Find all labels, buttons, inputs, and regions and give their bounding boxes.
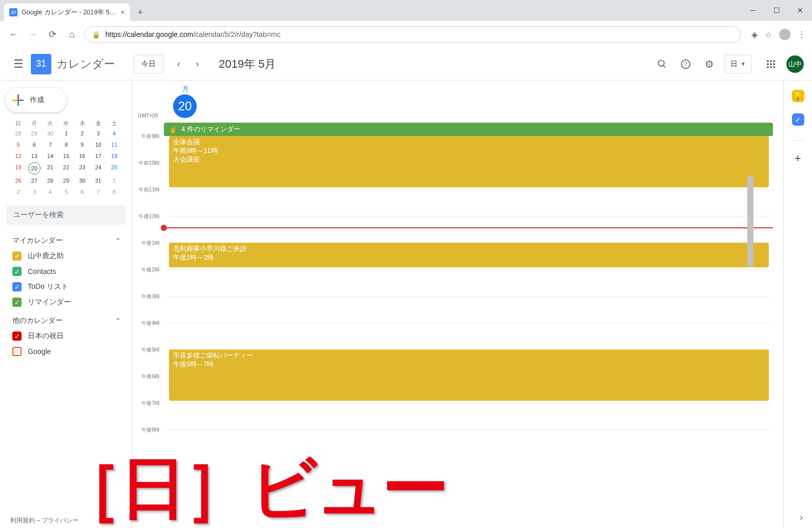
mini-day[interactable]: 17 <box>90 153 106 159</box>
mini-day[interactable]: 27 <box>26 178 42 184</box>
mini-day[interactable]: 18 <box>106 153 122 159</box>
tasks-icon[interactable]: ✓ <box>792 113 804 126</box>
calendar-item[interactable]: ✓リマインダー <box>0 295 131 310</box>
close-window-button[interactable]: ✕ <box>788 0 812 21</box>
hour-cell[interactable] <box>164 189 773 216</box>
close-tab-icon[interactable]: × <box>121 8 125 16</box>
mini-day[interactable]: 5 <box>10 142 26 148</box>
mini-day[interactable]: 3 <box>90 130 106 136</box>
calendar-item[interactable]: ✓ToDo リスト <box>0 279 131 295</box>
calendar-checkbox[interactable]: ✓ <box>12 251 22 261</box>
back-button[interactable]: ← <box>6 27 21 42</box>
other-calendars-header[interactable]: 他のカレンダー ⌃ <box>0 310 131 328</box>
mini-day[interactable]: 3 <box>26 189 42 195</box>
forward-button[interactable]: → <box>26 27 40 42</box>
mini-day[interactable]: 7 <box>90 189 106 195</box>
minimize-button[interactable]: ─ <box>741 0 765 21</box>
calendar-checkbox[interactable]: ✓ <box>12 331 22 341</box>
calendar-item[interactable]: Google <box>0 344 131 359</box>
all-day-reminder[interactable]: ☝ 4 件のリマインダー <box>164 123 773 136</box>
hide-side-panel-button[interactable]: › <box>800 512 803 523</box>
mini-day[interactable]: 10 <box>90 142 106 148</box>
mini-day[interactable]: 23 <box>74 164 90 172</box>
hour-cell[interactable] <box>164 429 773 456</box>
browser-tab[interactable]: 20 Google カレンダー - 2019年 5月 20 × <box>4 4 130 21</box>
mini-day[interactable]: 11 <box>106 142 122 148</box>
extension-icon[interactable]: ◈ <box>751 30 758 40</box>
mini-day[interactable]: 4 <box>106 130 122 136</box>
mini-day[interactable]: 9 <box>74 142 90 148</box>
bookmark-star-icon[interactable]: ☆ <box>765 30 772 40</box>
maximize-button[interactable]: ☐ <box>765 0 788 21</box>
calendar-item[interactable]: ✓日本の祝日 <box>0 328 131 344</box>
calendar-checkbox[interactable]: ✓ <box>12 298 22 307</box>
app-logo[interactable]: 31 カレンダー <box>31 54 115 74</box>
mini-day[interactable]: 30 <box>42 130 58 136</box>
new-tab-button[interactable]: + <box>133 5 147 19</box>
next-period-button[interactable]: › <box>188 55 206 73</box>
mini-day[interactable]: 15 <box>58 153 74 159</box>
mini-day[interactable]: 31 <box>90 178 106 184</box>
mini-day[interactable]: 13 <box>26 153 42 159</box>
search-people-input[interactable]: ユーザーを検索 <box>6 205 125 225</box>
help-icon[interactable]: ? <box>675 54 696 74</box>
mini-day[interactable]: 2 <box>10 189 26 195</box>
home-button[interactable]: ⌂ <box>65 27 79 42</box>
reload-button[interactable]: ⟳ <box>45 27 60 42</box>
mini-day[interactable]: 6 <box>26 142 42 148</box>
my-calendars-header[interactable]: マイカレンダー ⌃ <box>0 230 131 248</box>
mini-day[interactable]: 16 <box>74 153 90 159</box>
prev-period-button[interactable]: ‹ <box>169 55 188 73</box>
mini-day[interactable]: 29 <box>58 178 74 184</box>
hour-cell[interactable] <box>164 216 773 243</box>
mini-day[interactable]: 7 <box>42 142 58 148</box>
view-switcher[interactable]: 日 ▼ <box>725 55 751 73</box>
mini-day[interactable]: 26 <box>10 178 26 184</box>
profile-avatar-icon[interactable] <box>779 29 790 40</box>
search-icon[interactable] <box>652 54 672 74</box>
calendar-checkbox[interactable] <box>12 347 22 356</box>
hour-cell[interactable] <box>164 296 773 323</box>
calendar-event[interactable]: 毛利商事小早川様ご来訪午後1時～2時 <box>169 243 769 267</box>
calendar-checkbox[interactable]: ✓ <box>12 267 22 276</box>
account-avatar[interactable]: 山中 <box>786 55 804 73</box>
mini-day[interactable]: 1 <box>58 130 74 136</box>
hour-cell[interactable] <box>164 403 773 429</box>
mini-day[interactable]: 25 <box>106 164 122 172</box>
terms-link[interactable]: 利用規約 – プライバシー <box>10 516 79 525</box>
calendar-item[interactable]: ✓山中鹿之助 <box>0 248 131 264</box>
mini-day[interactable]: 8 <box>58 142 74 148</box>
day-number[interactable]: 20 <box>173 94 197 118</box>
calendar-checkbox[interactable]: ✓ <box>12 282 22 291</box>
mini-day[interactable]: 14 <box>42 153 58 159</box>
mini-day[interactable]: 5 <box>58 189 74 195</box>
mini-day[interactable]: 8 <box>106 189 122 195</box>
create-button[interactable]: 作成 <box>5 88 67 112</box>
main-menu-icon[interactable]: ☰ <box>8 54 29 74</box>
mini-day[interactable]: 19 <box>10 164 26 172</box>
mini-day[interactable]: 29 <box>26 130 42 136</box>
mini-day[interactable]: 6 <box>74 189 90 195</box>
mini-day[interactable]: 20 <box>26 164 42 172</box>
mini-day[interactable]: 2 <box>74 130 90 136</box>
google-apps-icon[interactable] <box>761 54 781 74</box>
mini-day[interactable]: 28 <box>42 178 58 184</box>
mini-day[interactable]: 22 <box>58 164 74 172</box>
mini-day[interactable]: 1 <box>106 178 122 184</box>
time-grid[interactable]: 午前9時午前10時午前11時午後12時午後1時午後2時午後3時午後4時午後5時午… <box>132 136 783 528</box>
mini-calendar[interactable]: 日月火水木金土 28293012345678910111213141516171… <box>0 120 131 200</box>
hour-cell[interactable] <box>164 323 773 349</box>
hour-cell[interactable] <box>164 269 773 296</box>
keep-icon[interactable]: 💡 <box>792 90 804 102</box>
today-button[interactable]: 今日 <box>134 55 163 73</box>
mini-day[interactable]: 12 <box>10 153 26 159</box>
scrollbar[interactable] <box>747 175 753 360</box>
url-field[interactable]: 🔒 https://calendar.google.com/calendar/b… <box>84 26 741 43</box>
mini-day[interactable]: 30 <box>74 178 90 184</box>
settings-gear-icon[interactable]: ⚙ <box>699 54 720 74</box>
calendar-event[interactable]: 全体会議午前9時～11時大会議室 <box>169 136 769 187</box>
calendar-item[interactable]: ✓Contacts <box>0 264 131 279</box>
mini-day[interactable]: 4 <box>42 189 58 195</box>
add-addon-button[interactable]: + <box>795 152 801 165</box>
mini-day[interactable]: 28 <box>10 130 26 136</box>
